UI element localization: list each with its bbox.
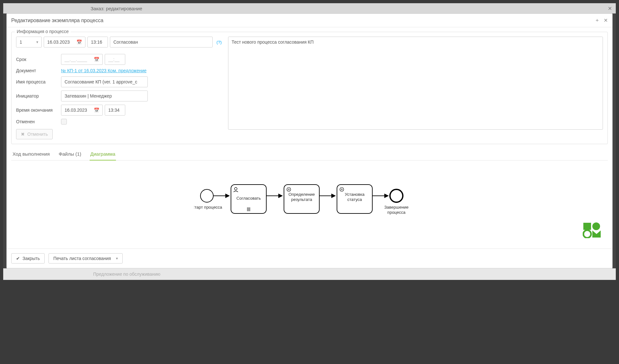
background-bottom-bar: Предложение по обслуживанию (3, 268, 616, 280)
end-time-input[interactable]: 13:34 (105, 105, 125, 116)
tab-diagram[interactable]: Диаграмма (90, 149, 116, 160)
modal-title: Редактирование экземпляра процесса (11, 18, 103, 23)
back-window-title-text: Заказ: редактирование (91, 6, 142, 11)
deadline-date-placeholder: __.__.____ (65, 57, 87, 62)
calendar-icon: 📅 (94, 108, 99, 113)
x-icon: ✖ (21, 132, 25, 137)
end-date-input[interactable]: 16.03.2023 📅 (61, 105, 103, 116)
document-link[interactable]: № КП-1 от 16.03.2023 Ком. предложение (61, 68, 222, 73)
add-icon[interactable]: ＋ (595, 17, 600, 24)
print-button-label: Печать листа согласования (53, 256, 111, 261)
svg-text:|||: ||| (247, 206, 250, 211)
close-button[interactable]: ✔ Закрыть (11, 253, 45, 264)
initiator-label: Инициатор (16, 93, 61, 99)
cancelled-label: Отменен (16, 119, 61, 124)
cancel-button-label: Отменить (27, 132, 48, 137)
task2-label: Определение результата (285, 192, 319, 202)
number-dropdown[interactable]: 1 ▾ (16, 37, 42, 48)
start-time-input[interactable]: 13:16 (87, 37, 108, 48)
task3-label: Установка статуса (338, 192, 372, 202)
fieldset-legend: Информация о процессе (15, 29, 71, 34)
cancelled-checkbox[interactable] (61, 119, 67, 125)
start-event[interactable] (200, 189, 213, 202)
initiator-input[interactable] (61, 91, 148, 101)
status-input[interactable]: Согласован (110, 37, 213, 48)
process-edit-modal: Редактирование экземпляра процесса ＋ ✕ И… (6, 13, 613, 268)
close-icon[interactable]: ✕ (604, 17, 608, 23)
svg-point-7 (592, 222, 600, 230)
number-value: 1 (20, 39, 22, 45)
close-icon[interactable]: ✕ (608, 5, 612, 12)
check-icon: ✔ (16, 256, 20, 261)
start-date-value: 16.03.2023 (47, 39, 70, 45)
deadline-date-input[interactable]: __.__.____ 📅 (61, 54, 103, 65)
comment-textarea[interactable]: Тест нового процесса согласования КП (228, 37, 603, 130)
start-time-value: 13:16 (91, 39, 102, 45)
cancel-button[interactable]: ✖ Отменить (16, 129, 53, 139)
process-name-input[interactable] (61, 76, 148, 87)
calendar-icon: 📅 (94, 57, 99, 62)
svg-rect-6 (583, 223, 591, 230)
process-info-fieldset: Информация о процессе 1 ▾ 16.03.2023 (11, 32, 608, 144)
svg-point-8 (583, 230, 591, 238)
end-event[interactable] (390, 189, 403, 202)
bpmn-diagram: Старт процесса Согласовать ||| Определен… (194, 177, 425, 228)
deadline-time-placeholder: __:__ (108, 57, 119, 62)
start-label: Старт процесса (194, 205, 222, 210)
calendar-icon: 📅 (76, 39, 82, 45)
background-window-title: Заказ: редактирование ✕ (3, 3, 616, 13)
document-label: Документ (16, 68, 61, 73)
status-value: Согласован (113, 39, 138, 45)
deadline-time-input[interactable]: __:__ (105, 54, 125, 65)
diagram-area: Старт процесса Согласовать ||| Определен… (11, 160, 608, 244)
end-label: Завершение процесса (382, 205, 411, 215)
task1-label: Согласовать (236, 196, 261, 201)
print-approval-sheet-button[interactable]: Печать листа согласования ▾ (49, 253, 123, 264)
bpmn-logo-icon (583, 222, 602, 238)
close-button-label: Закрыть (22, 256, 40, 261)
end-time-value: 13:34 (108, 108, 119, 113)
chevron-down-icon: ▾ (36, 40, 38, 44)
end-time-label: Время окончания (16, 108, 61, 113)
start-date-input[interactable]: 16.03.2023 📅 (44, 37, 85, 48)
chevron-down-icon: ▾ (116, 256, 118, 261)
help-link[interactable]: (?) (217, 40, 222, 45)
modal-header: Редактирование экземпляра процесса ＋ ✕ (7, 14, 612, 27)
deadline-label: Срок (16, 57, 61, 62)
tabs: Ход выполнения Файлы (1) Диаграмма (11, 149, 608, 160)
end-date-value: 16.03.2023 (65, 108, 87, 113)
modal-footer: ✔ Закрыть Печать листа согласования ▾ (7, 248, 612, 268)
background-bottom-text: Предложение по обслуживанию (93, 272, 160, 277)
process-name-label: Имя процесса (16, 79, 61, 84)
tab-progress[interactable]: Ход выполнения (12, 149, 50, 160)
tab-files[interactable]: Файлы (1) (58, 149, 82, 160)
